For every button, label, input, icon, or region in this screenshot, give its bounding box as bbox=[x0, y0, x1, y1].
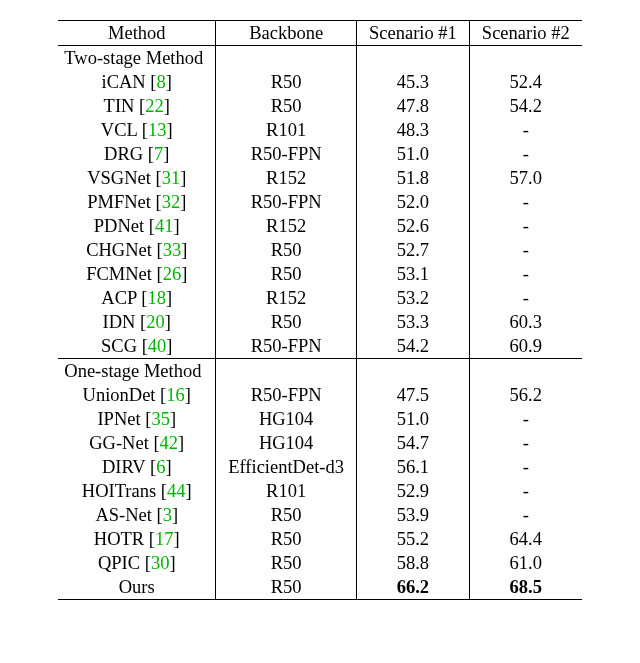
scenario1-cell: 54.7 bbox=[357, 431, 470, 455]
table-row: OursR5066.268.5 bbox=[58, 575, 581, 600]
table-row: HOTR [17]R5055.264.4 bbox=[58, 527, 581, 551]
scenario2-cell: 60.3 bbox=[469, 310, 581, 334]
method-cell: PDNet [41] bbox=[58, 214, 215, 238]
scenario1-cell: 53.2 bbox=[357, 286, 470, 310]
backbone-cell: HG104 bbox=[216, 431, 357, 455]
citation-link[interactable]: 33 bbox=[163, 240, 182, 260]
scenario2-cell: - bbox=[469, 262, 581, 286]
backbone-cell: R50 bbox=[216, 70, 357, 94]
citation-link[interactable]: 8 bbox=[157, 72, 166, 92]
citation-link[interactable]: 13 bbox=[148, 120, 167, 140]
method-cell: CHGNet [33] bbox=[58, 238, 215, 262]
table-row: SCG [40]R50-FPN54.260.9 bbox=[58, 334, 581, 359]
backbone-cell: R101 bbox=[216, 479, 357, 503]
backbone-cell: EfficientDet-d3 bbox=[216, 455, 357, 479]
scenario1-cell: 58.8 bbox=[357, 551, 470, 575]
scenario1-cell: 51.0 bbox=[357, 142, 470, 166]
scenario2-cell: 57.0 bbox=[469, 166, 581, 190]
scenario1-cell: 47.5 bbox=[357, 383, 470, 407]
scenario1-cell: 51.8 bbox=[357, 166, 470, 190]
scenario2-cell: 68.5 bbox=[469, 575, 581, 600]
table-row: DRG [7]R50-FPN51.0- bbox=[58, 142, 581, 166]
backbone-cell: R50 bbox=[216, 551, 357, 575]
citation-link[interactable]: 17 bbox=[155, 529, 174, 549]
backbone-cell: R50-FPN bbox=[216, 190, 357, 214]
backbone-cell: R50 bbox=[216, 262, 357, 286]
scenario1-cell: 52.0 bbox=[357, 190, 470, 214]
citation-link[interactable]: 3 bbox=[163, 505, 172, 525]
citation-link[interactable]: 30 bbox=[151, 553, 170, 573]
table-row: FCMNet [26]R5053.1- bbox=[58, 262, 581, 286]
empty-cell bbox=[357, 359, 470, 384]
citation-link[interactable]: 32 bbox=[162, 192, 181, 212]
scenario2-cell: - bbox=[469, 142, 581, 166]
scenario2-cell: 56.2 bbox=[469, 383, 581, 407]
citation-link[interactable]: 22 bbox=[145, 96, 164, 116]
method-cell: HOTR [17] bbox=[58, 527, 215, 551]
table-row: HOITrans [44]R10152.9- bbox=[58, 479, 581, 503]
scenario1-cell: 56.1 bbox=[357, 455, 470, 479]
table-row: iCAN [8]R5045.352.4 bbox=[58, 70, 581, 94]
section-header-row: One-stage Method bbox=[58, 359, 581, 384]
method-cell: TIN [22] bbox=[58, 94, 215, 118]
table-row: VSGNet [31]R15251.857.0 bbox=[58, 166, 581, 190]
table-row: ACP [18]R15253.2- bbox=[58, 286, 581, 310]
table-row: PMFNet [32]R50-FPN52.0- bbox=[58, 190, 581, 214]
table-row: VCL [13]R10148.3- bbox=[58, 118, 581, 142]
method-cell: PMFNet [32] bbox=[58, 190, 215, 214]
citation-link[interactable]: 16 bbox=[166, 385, 185, 405]
backbone-cell: R152 bbox=[216, 166, 357, 190]
citation-link[interactable]: 41 bbox=[155, 216, 174, 236]
table-row: QPIC [30]R5058.861.0 bbox=[58, 551, 581, 575]
citation-link[interactable]: 44 bbox=[167, 481, 186, 501]
method-cell: DIRV [6] bbox=[58, 455, 215, 479]
table-row: DIRV [6]EfficientDet-d356.1- bbox=[58, 455, 581, 479]
method-cell: QPIC [30] bbox=[58, 551, 215, 575]
header-method: Method bbox=[58, 21, 215, 46]
backbone-cell: R152 bbox=[216, 286, 357, 310]
scenario2-cell: - bbox=[469, 503, 581, 527]
table-row: AS-Net [3]R5053.9- bbox=[58, 503, 581, 527]
citation-link[interactable]: 6 bbox=[156, 457, 165, 477]
method-cell: iCAN [8] bbox=[58, 70, 215, 94]
scenario1-cell: 52.7 bbox=[357, 238, 470, 262]
method-cell: DRG [7] bbox=[58, 142, 215, 166]
backbone-cell: R50-FPN bbox=[216, 334, 357, 359]
header-backbone: Backbone bbox=[216, 21, 357, 46]
section-header-row: Two-stage Method bbox=[58, 46, 581, 71]
scenario2-cell: - bbox=[469, 238, 581, 262]
citation-link[interactable]: 20 bbox=[146, 312, 165, 332]
backbone-cell: R152 bbox=[216, 214, 357, 238]
citation-link[interactable]: 35 bbox=[151, 409, 170, 429]
backbone-cell: HG104 bbox=[216, 407, 357, 431]
scenario2-cell: 60.9 bbox=[469, 334, 581, 359]
scenario2-cell: - bbox=[469, 455, 581, 479]
scenario2-cell: 61.0 bbox=[469, 551, 581, 575]
method-cell: GG-Net [42] bbox=[58, 431, 215, 455]
empty-cell bbox=[357, 46, 470, 71]
scenario1-cell: 53.9 bbox=[357, 503, 470, 527]
scenario1-cell: 52.9 bbox=[357, 479, 470, 503]
scenario1-cell: 53.1 bbox=[357, 262, 470, 286]
table-row: UnionDet [16]R50-FPN47.556.2 bbox=[58, 383, 581, 407]
method-cell: UnionDet [16] bbox=[58, 383, 215, 407]
backbone-cell: R50 bbox=[216, 503, 357, 527]
scenario2-cell: - bbox=[469, 479, 581, 503]
method-cell: ACP [18] bbox=[58, 286, 215, 310]
scenario1-cell: 51.0 bbox=[357, 407, 470, 431]
scenario1-cell: 66.2 bbox=[357, 575, 470, 600]
citation-link[interactable]: 31 bbox=[162, 168, 181, 188]
backbone-cell: R101 bbox=[216, 118, 357, 142]
backbone-cell: R50 bbox=[216, 310, 357, 334]
results-table: Method Backbone Scenario #1 Scenario #2 … bbox=[58, 20, 581, 600]
backbone-cell: R50 bbox=[216, 575, 357, 600]
citation-link[interactable]: 40 bbox=[148, 336, 167, 356]
scenario2-cell: - bbox=[469, 407, 581, 431]
citation-link[interactable]: 42 bbox=[160, 433, 179, 453]
scenario1-cell: 48.3 bbox=[357, 118, 470, 142]
citation-link[interactable]: 26 bbox=[163, 264, 182, 284]
method-cell: HOITrans [44] bbox=[58, 479, 215, 503]
backbone-cell: R50 bbox=[216, 238, 357, 262]
citation-link[interactable]: 7 bbox=[154, 144, 163, 164]
citation-link[interactable]: 18 bbox=[147, 288, 166, 308]
